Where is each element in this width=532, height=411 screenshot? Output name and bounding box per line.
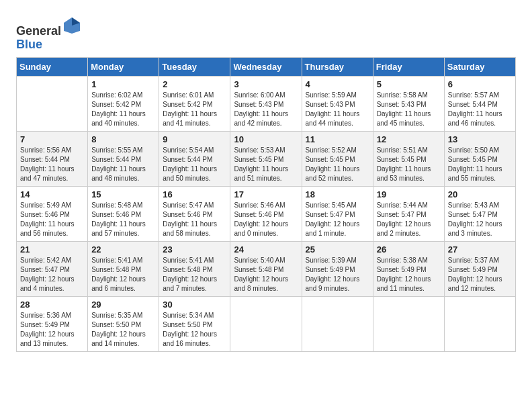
day-info: Sunrise: 5:36 AMSunset: 5:49 PMDaylight:… (20, 311, 84, 349)
day-number: 17 (234, 189, 298, 199)
weekday-header-friday: Friday (373, 57, 444, 76)
weekday-header-monday: Monday (88, 57, 159, 76)
day-info: Sunrise: 5:55 AMSunset: 5:44 PMDaylight:… (91, 146, 155, 183)
day-info: Sunrise: 5:47 AMSunset: 5:46 PMDaylight:… (163, 201, 226, 238)
day-number: 28 (20, 300, 84, 310)
calendar-cell: 22Sunrise: 5:41 AMSunset: 5:48 PMDayligh… (88, 241, 159, 296)
day-number: 3 (234, 79, 298, 89)
calendar-cell: 2Sunrise: 6:01 AMSunset: 5:42 PMDaylight… (159, 76, 230, 131)
logo-text: General Blue (16, 16, 81, 52)
calendar-cell: 18Sunrise: 5:45 AMSunset: 5:47 PMDayligh… (302, 186, 373, 241)
calendar-week-2: 7Sunrise: 5:56 AMSunset: 5:44 PMDaylight… (17, 131, 516, 186)
day-info: Sunrise: 5:34 AMSunset: 5:50 PMDaylight:… (163, 311, 226, 349)
day-number: 16 (163, 189, 226, 199)
day-number: 1 (91, 79, 155, 89)
calendar-cell: 21Sunrise: 5:42 AMSunset: 5:47 PMDayligh… (17, 241, 88, 296)
day-number: 25 (306, 244, 369, 255)
day-info: Sunrise: 5:51 AMSunset: 5:45 PMDaylight:… (377, 146, 441, 183)
day-number: 4 (306, 79, 369, 89)
calendar-week-4: 21Sunrise: 5:42 AMSunset: 5:47 PMDayligh… (17, 241, 516, 296)
calendar-cell (17, 76, 88, 131)
day-info: Sunrise: 5:48 AMSunset: 5:46 PMDaylight:… (91, 201, 155, 238)
calendar-header-row: SundayMondayTuesdayWednesdayThursdayFrid… (17, 57, 516, 76)
day-number: 2 (163, 79, 226, 89)
weekday-header-saturday: Saturday (444, 57, 515, 76)
day-number: 11 (306, 134, 369, 144)
day-number: 9 (163, 134, 226, 144)
calendar-cell: 4Sunrise: 5:59 AMSunset: 5:43 PMDaylight… (302, 76, 373, 131)
weekday-header-wednesday: Wednesday (230, 57, 302, 76)
calendar-cell: 17Sunrise: 5:46 AMSunset: 5:46 PMDayligh… (230, 186, 302, 241)
day-info: Sunrise: 6:00 AMSunset: 5:43 PMDaylight:… (234, 91, 298, 128)
day-number: 10 (234, 134, 298, 144)
calendar-cell: 23Sunrise: 5:41 AMSunset: 5:48 PMDayligh… (159, 241, 230, 296)
day-info: Sunrise: 5:41 AMSunset: 5:48 PMDaylight:… (91, 256, 155, 293)
day-info: Sunrise: 5:43 AMSunset: 5:47 PMDaylight:… (448, 201, 512, 238)
calendar-cell: 27Sunrise: 5:37 AMSunset: 5:49 PMDayligh… (444, 241, 515, 296)
calendar-table: SundayMondayTuesdayWednesdayThursdayFrid… (16, 57, 516, 352)
calendar-cell: 11Sunrise: 5:52 AMSunset: 5:45 PMDayligh… (302, 131, 373, 186)
calendar-cell: 15Sunrise: 5:48 AMSunset: 5:46 PMDayligh… (88, 186, 159, 241)
calendar-week-3: 14Sunrise: 5:49 AMSunset: 5:46 PMDayligh… (17, 186, 516, 241)
day-info: Sunrise: 6:01 AMSunset: 5:42 PMDaylight:… (163, 91, 226, 128)
day-number: 22 (91, 244, 155, 255)
day-number: 13 (448, 134, 512, 144)
calendar-cell: 13Sunrise: 5:50 AMSunset: 5:45 PMDayligh… (444, 131, 515, 186)
calendar-cell: 16Sunrise: 5:47 AMSunset: 5:46 PMDayligh… (159, 186, 230, 241)
day-number: 30 (163, 300, 226, 310)
calendar-cell: 29Sunrise: 5:35 AMSunset: 5:50 PMDayligh… (88, 296, 159, 351)
day-info: Sunrise: 5:44 AMSunset: 5:47 PMDaylight:… (377, 201, 441, 238)
day-info: Sunrise: 5:37 AMSunset: 5:49 PMDaylight:… (448, 256, 512, 293)
day-number: 24 (234, 244, 298, 255)
day-info: Sunrise: 5:56 AMSunset: 5:44 PMDaylight:… (20, 146, 84, 183)
calendar-cell: 7Sunrise: 5:56 AMSunset: 5:44 PMDaylight… (17, 131, 88, 186)
calendar-cell: 10Sunrise: 5:53 AMSunset: 5:45 PMDayligh… (230, 131, 302, 186)
day-number: 18 (306, 189, 369, 199)
day-info: Sunrise: 5:39 AMSunset: 5:49 PMDaylight:… (306, 256, 369, 293)
calendar-cell: 30Sunrise: 5:34 AMSunset: 5:50 PMDayligh… (159, 296, 230, 351)
calendar-cell: 3Sunrise: 6:00 AMSunset: 5:43 PMDaylight… (230, 76, 302, 131)
calendar-cell (302, 296, 373, 351)
day-info: Sunrise: 5:52 AMSunset: 5:45 PMDaylight:… (306, 146, 369, 183)
logo-general: General (16, 24, 61, 38)
day-info: Sunrise: 5:38 AMSunset: 5:49 PMDaylight:… (377, 256, 441, 293)
calendar-cell: 1Sunrise: 6:02 AMSunset: 5:42 PMDaylight… (88, 76, 159, 131)
day-info: Sunrise: 5:42 AMSunset: 5:47 PMDaylight:… (20, 256, 84, 293)
logo-icon (62, 16, 81, 35)
calendar-cell: 6Sunrise: 5:57 AMSunset: 5:44 PMDaylight… (444, 76, 515, 131)
calendar-cell: 26Sunrise: 5:38 AMSunset: 5:49 PMDayligh… (373, 241, 444, 296)
day-number: 21 (20, 244, 84, 255)
calendar-cell: 5Sunrise: 5:58 AMSunset: 5:43 PMDaylight… (373, 76, 444, 131)
day-number: 15 (91, 189, 155, 199)
calendar-cell (444, 296, 515, 351)
day-info: Sunrise: 5:54 AMSunset: 5:44 PMDaylight:… (163, 146, 226, 183)
calendar-body: 1Sunrise: 6:02 AMSunset: 5:42 PMDaylight… (17, 76, 516, 351)
day-info: Sunrise: 5:53 AMSunset: 5:45 PMDaylight:… (234, 146, 298, 183)
day-number: 26 (377, 244, 441, 255)
weekday-header-sunday: Sunday (17, 57, 88, 76)
day-info: Sunrise: 5:59 AMSunset: 5:43 PMDaylight:… (306, 91, 369, 128)
calendar-week-1: 1Sunrise: 6:02 AMSunset: 5:42 PMDaylight… (17, 76, 516, 131)
day-number: 5 (377, 79, 441, 89)
day-number: 29 (91, 300, 155, 310)
day-number: 27 (448, 244, 512, 255)
day-info: Sunrise: 5:45 AMSunset: 5:47 PMDaylight:… (306, 201, 369, 238)
day-number: 19 (377, 189, 441, 199)
page-header: General Blue (16, 13, 516, 52)
weekday-header-tuesday: Tuesday (159, 57, 230, 76)
weekday-header-thursday: Thursday (302, 57, 373, 76)
day-info: Sunrise: 5:58 AMSunset: 5:43 PMDaylight:… (377, 91, 441, 128)
calendar-cell: 19Sunrise: 5:44 AMSunset: 5:47 PMDayligh… (373, 186, 444, 241)
day-info: Sunrise: 5:35 AMSunset: 5:50 PMDaylight:… (91, 311, 155, 349)
day-number: 20 (448, 189, 512, 199)
day-info: Sunrise: 6:02 AMSunset: 5:42 PMDaylight:… (91, 91, 155, 128)
logo: General Blue (16, 16, 81, 52)
day-info: Sunrise: 5:46 AMSunset: 5:46 PMDaylight:… (234, 201, 298, 238)
calendar-week-5: 28Sunrise: 5:36 AMSunset: 5:49 PMDayligh… (17, 296, 516, 351)
day-number: 7 (20, 134, 84, 144)
calendar-cell (230, 296, 302, 351)
day-info: Sunrise: 5:57 AMSunset: 5:44 PMDaylight:… (448, 91, 512, 128)
day-info: Sunrise: 5:40 AMSunset: 5:48 PMDaylight:… (234, 256, 298, 293)
day-info: Sunrise: 5:50 AMSunset: 5:45 PMDaylight:… (448, 146, 512, 183)
calendar-cell: 24Sunrise: 5:40 AMSunset: 5:48 PMDayligh… (230, 241, 302, 296)
